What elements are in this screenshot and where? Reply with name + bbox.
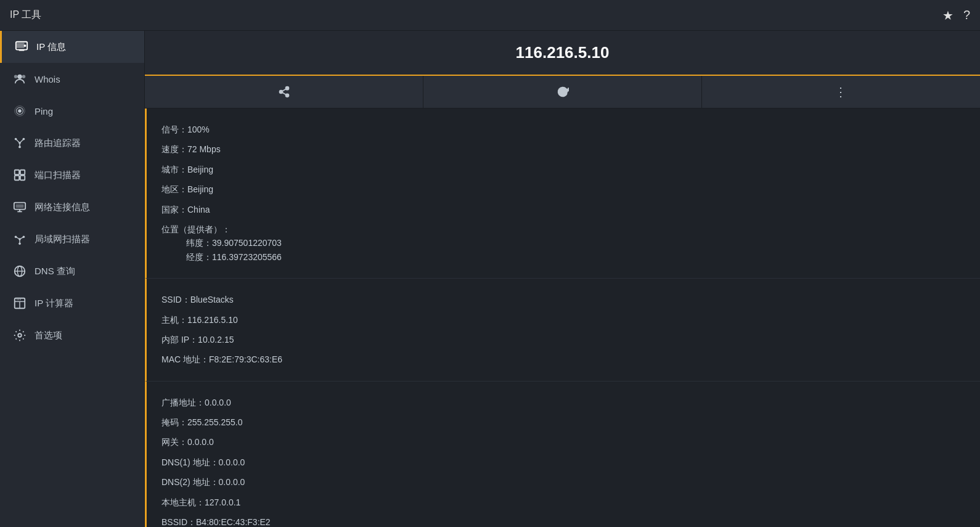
svg-point-7: [18, 109, 22, 113]
sidebar-label-network-info: 网络连接信息: [35, 202, 90, 213]
sidebar-item-preferences[interactable]: 首选项: [0, 319, 144, 351]
svg-rect-20: [20, 176, 25, 180]
sidebar-label-ping: Ping: [35, 106, 53, 116]
sidebar-item-ip-info[interactable]: IP 信息: [0, 31, 144, 63]
svg-point-42: [285, 94, 288, 97]
dns2-row: DNS(2) 地址：0.0.0.0: [161, 472, 965, 492]
svg-line-30: [20, 237, 23, 239]
gateway-row: 网关：0.0.0.0: [161, 432, 965, 452]
sidebar-label-route-tracer: 路由追踪器: [35, 137, 81, 149]
lan-scanner-icon: [12, 232, 27, 247]
title-bar: IP 工具 ★ ?: [0, 0, 980, 31]
svg-point-4: [17, 75, 22, 79]
ip-address: 116.216.5.10: [516, 43, 610, 62]
svg-line-43: [282, 92, 286, 94]
title-bar-icons: ★ ?: [942, 8, 970, 23]
more-button[interactable]: ⋮: [702, 76, 980, 108]
internal-ip-row: 内部 IP：10.0.2.15: [161, 330, 965, 349]
dns1-row: DNS(1) 地址：0.0.0.0: [161, 452, 965, 472]
whois-icon: [12, 71, 27, 86]
more-dots-icon: ⋮: [835, 84, 848, 99]
main-layout: IP 信息 Whois Pin: [0, 31, 980, 527]
region-row: 地区：Beijing: [161, 179, 965, 199]
broadcast-row: 广播地址：0.0.0.0: [161, 393, 965, 412]
sidebar-item-ping[interactable]: Ping: [0, 95, 144, 127]
sidebar-item-ip-calculator[interactable]: 123 IP 计算器: [0, 287, 144, 319]
svg-rect-17: [15, 170, 19, 174]
sidebar-label-lan-scanner: 局域网扫描器: [35, 234, 90, 245]
sidebar-item-route-tracer[interactable]: 路由追踪器: [0, 127, 144, 159]
location-label-row: 位置（提供者）： 纬度：39.907501220703 经度：116.39723…: [161, 219, 965, 267]
bssid-row: BSSID：B4:80:EC:43:F3:E2: [161, 512, 965, 527]
svg-point-40: [285, 87, 288, 90]
ip-display: 116.216.5.10: [145, 31, 980, 76]
sidebar-item-dns-query[interactable]: DNS 查询: [0, 255, 144, 287]
network-info-icon: [12, 200, 27, 214]
star-icon[interactable]: ★: [942, 8, 953, 23]
svg-line-44: [282, 89, 286, 91]
svg-text:123: 123: [17, 298, 22, 301]
sidebar-label-port-scanner: 端口扫描器: [35, 170, 81, 181]
signal-row: 信号：100%: [161, 120, 965, 139]
dns-query-icon: [12, 264, 27, 279]
svg-rect-22: [16, 204, 24, 208]
app-title: IP 工具: [10, 9, 41, 22]
svg-line-14: [16, 139, 20, 143]
preferences-icon: [12, 328, 27, 343]
section-advanced: 广播地址：0.0.0.0 掩码：255.255.255.0 网关：0.0.0.0…: [145, 382, 980, 527]
share-button[interactable]: [145, 76, 423, 108]
svg-rect-18: [15, 176, 19, 180]
host-row: 主机：116.216.5.10: [161, 310, 965, 330]
ip-calculator-icon: 123: [12, 296, 27, 311]
sidebar-label-ip-info: IP 信息: [36, 41, 66, 53]
mask-row: 掩码：255.255.255.0: [161, 412, 965, 432]
title-bar-left: IP 工具: [10, 9, 41, 22]
speed-row: 速度：72 Mbps: [161, 139, 965, 159]
sidebar-label-dns-query: DNS 查询: [35, 266, 75, 277]
svg-point-5: [22, 75, 25, 79]
sidebar-item-port-scanner[interactable]: 端口扫描器: [0, 159, 144, 191]
sidebar-label-whois: Whois: [35, 74, 60, 84]
sidebar-label-ip-calculator: IP 计算器: [35, 298, 73, 309]
mac-row: MAC 地址：F8:2E:79:3C:63:E6: [161, 349, 965, 369]
svg-rect-2: [17, 43, 25, 48]
route-tracer-icon: [12, 136, 27, 150]
ping-icon: [12, 104, 27, 118]
svg-point-39: [18, 333, 22, 337]
sidebar-item-network-info[interactable]: 网络连接信息: [0, 191, 144, 223]
ip-info-icon: [14, 39, 29, 54]
ssid-row: SSID：BlueStacks: [161, 290, 965, 309]
port-scanner-icon: [12, 168, 27, 182]
svg-point-3: [24, 44, 27, 47]
section-network: 信号：100% 速度：72 Mbps 城市：Beijing 地区：Beijing…: [145, 108, 980, 279]
help-icon[interactable]: ?: [963, 8, 970, 22]
svg-point-41: [279, 91, 282, 94]
sidebar-item-lan-scanner[interactable]: 局域网扫描器: [0, 223, 144, 255]
country-row: 国家：China: [161, 200, 965, 219]
city-row: 城市：Beijing: [161, 160, 965, 179]
svg-rect-1: [18, 50, 24, 51]
svg-line-15: [20, 139, 23, 143]
svg-rect-19: [20, 170, 25, 174]
content-area: 116.216.5.10 ⋮: [145, 31, 980, 527]
section-connection: SSID：BlueStacks 主机：116.216.5.10 内部 IP：10…: [145, 279, 980, 382]
localhost-row: 本地主机：127.0.0.1: [161, 492, 965, 512]
sidebar: IP 信息 Whois Pin: [0, 31, 145, 527]
sidebar-item-whois[interactable]: Whois: [0, 63, 144, 95]
refresh-button[interactable]: [423, 76, 702, 108]
svg-line-29: [16, 237, 20, 239]
action-row: ⋮: [145, 76, 980, 108]
sidebar-label-preferences: 首选项: [35, 330, 62, 341]
svg-point-6: [14, 75, 18, 79]
